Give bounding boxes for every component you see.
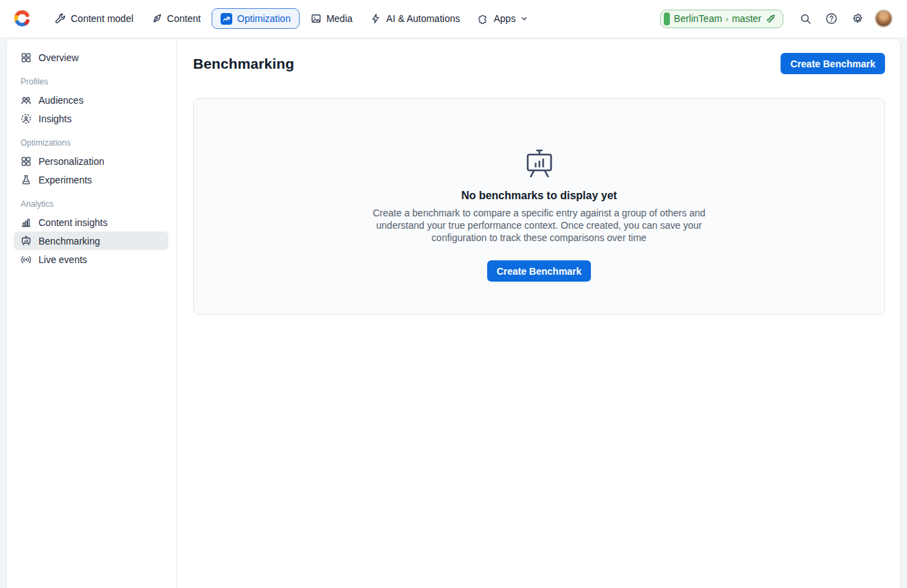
wrench-icon bbox=[55, 13, 66, 24]
nav-optimization[interactable]: Optimization bbox=[212, 8, 300, 29]
sidebar-item-label: Insights bbox=[38, 113, 71, 124]
gear-icon bbox=[851, 12, 864, 25]
contentful-logo[interactable] bbox=[12, 9, 32, 28]
top-navigation-bar: Content model Content Optimization bbox=[0, 0, 907, 37]
image-icon bbox=[311, 13, 322, 24]
help-button[interactable] bbox=[820, 8, 842, 30]
search-icon bbox=[800, 13, 811, 25]
nav-label: Media bbox=[326, 13, 352, 24]
sidebar-item-label: Content insights bbox=[38, 217, 107, 228]
sidebar-item-label: Live events bbox=[38, 254, 87, 265]
search-button[interactable] bbox=[794, 8, 816, 30]
primary-nav: Content model Content Optimization bbox=[48, 8, 535, 29]
sidebar-item-audiences[interactable]: Audiences bbox=[14, 91, 168, 109]
sidebar-item-content-insights[interactable]: Content insights bbox=[14, 213, 168, 231]
nav-label: Content bbox=[167, 13, 201, 24]
content-panel: Overview Profiles Audiences Insights Opt… bbox=[7, 39, 900, 588]
sidebar-section-optimizations: Optimizations bbox=[7, 138, 177, 148]
help-icon bbox=[825, 12, 838, 25]
nav-media[interactable]: Media bbox=[304, 8, 359, 29]
create-benchmark-button[interactable]: Create Benchmark bbox=[781, 53, 885, 74]
sidebar-item-live-events[interactable]: Live events bbox=[14, 250, 168, 269]
empty-state-description: Create a benchmark to compare a specific… bbox=[352, 207, 726, 244]
sidebar-item-overview[interactable]: Overview bbox=[14, 48, 168, 67]
sidebar-item-label: Personalization bbox=[38, 156, 104, 167]
grid-icon bbox=[21, 156, 32, 167]
nav-content[interactable]: Content bbox=[144, 8, 208, 29]
rocket-icon bbox=[765, 14, 776, 24]
sidebar-section-profiles: Profiles bbox=[7, 77, 177, 87]
topbar-actions: BerlinTeam › master bbox=[660, 8, 895, 30]
sidebar-item-personalization[interactable]: Personalization bbox=[14, 152, 168, 170]
people-icon bbox=[21, 95, 32, 106]
bar-chart-icon bbox=[21, 217, 32, 228]
chevron-down-icon bbox=[521, 15, 528, 22]
sidebar-section-analytics: Analytics bbox=[7, 199, 177, 209]
nav-apps[interactable]: Apps bbox=[471, 8, 535, 29]
puzzle-icon bbox=[478, 13, 489, 24]
empty-state-heading: No benchmarks to display yet bbox=[461, 190, 617, 202]
lightning-icon bbox=[370, 13, 381, 24]
environment-accent-bar bbox=[664, 12, 670, 25]
trending-up-icon bbox=[221, 13, 232, 25]
space-name: BerlinTeam bbox=[674, 13, 722, 24]
main-content: Benchmarking Create Benchmark No benchma… bbox=[177, 39, 900, 588]
sidebar-item-insights[interactable]: Insights bbox=[14, 109, 168, 128]
sidebar-item-experiments[interactable]: Experiments bbox=[14, 170, 168, 189]
nav-label: Apps bbox=[493, 13, 515, 24]
sidebar-item-label: Overview bbox=[38, 52, 78, 63]
person-circle-icon bbox=[21, 113, 32, 124]
sidebar: Overview Profiles Audiences Insights Opt… bbox=[7, 39, 177, 588]
breadcrumb-separator: › bbox=[726, 14, 728, 24]
nav-content-model[interactable]: Content model bbox=[48, 8, 140, 29]
presentation-board-icon bbox=[21, 236, 32, 247]
sidebar-item-label: Experiments bbox=[38, 174, 92, 185]
nav-label: Optimization bbox=[237, 13, 291, 24]
broadcast-icon bbox=[21, 254, 32, 265]
settings-button[interactable] bbox=[847, 8, 869, 30]
avatar bbox=[875, 10, 893, 27]
environment-name: master bbox=[732, 13, 761, 24]
presentation-board-icon bbox=[524, 148, 555, 179]
nav-ai-automations[interactable]: AI & Automations bbox=[363, 8, 467, 29]
flask-icon bbox=[21, 174, 32, 185]
account-menu[interactable] bbox=[873, 8, 895, 30]
nav-label: AI & Automations bbox=[386, 13, 460, 24]
grid-icon bbox=[21, 52, 32, 63]
pen-icon bbox=[151, 13, 162, 24]
page-title: Benchmarking bbox=[193, 56, 294, 72]
space-environment-badge[interactable]: BerlinTeam › master bbox=[660, 10, 783, 28]
empty-state-card: No benchmarks to display yet Create a be… bbox=[193, 98, 885, 315]
sidebar-item-label: Benchmarking bbox=[38, 236, 100, 247]
page-header: Benchmarking Create Benchmark bbox=[193, 53, 885, 74]
create-benchmark-button[interactable]: Create Benchmark bbox=[487, 260, 592, 282]
nav-label: Content model bbox=[71, 13, 133, 24]
sidebar-item-label: Audiences bbox=[38, 95, 83, 106]
sidebar-item-benchmarking[interactable]: Benchmarking bbox=[14, 231, 168, 250]
